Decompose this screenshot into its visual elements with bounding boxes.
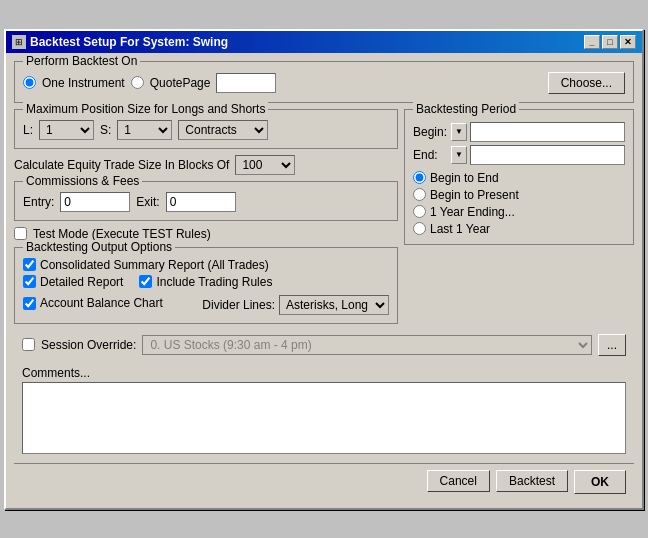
session-btn[interactable]: ... — [598, 334, 626, 356]
entry-label: Entry: — [23, 195, 54, 209]
begin-to-end-radio[interactable] — [413, 171, 426, 184]
account-balance-label: Account Balance Chart — [40, 296, 163, 310]
last-one-year-row: Last 1 Year — [413, 222, 625, 236]
window-title: Backtest Setup For System: Swing — [30, 35, 228, 49]
one-instrument-label: One Instrument — [42, 76, 125, 90]
detailed-checkbox[interactable] — [23, 275, 36, 288]
one-year-ending-row: 1 Year Ending... — [413, 205, 625, 219]
l-label: L: — [23, 123, 33, 137]
equity-row: Calculate Equity Trade Size In Blocks Of… — [14, 155, 398, 175]
title-bar-left: ⊞ Backtest Setup For System: Swing — [12, 35, 228, 49]
unit-select[interactable]: Contracts Shares Lots — [178, 120, 268, 140]
title-buttons: _ □ ✕ — [584, 35, 636, 49]
commissions-group: Commissions & Fees Entry: 0 Exit: 0 — [14, 181, 398, 221]
perform-backtest-label: Perform Backtest On — [23, 54, 140, 68]
exit-input[interactable]: 0 — [166, 192, 236, 212]
begin-to-present-row: Begin to Present — [413, 188, 625, 202]
one-year-ending-label: 1 Year Ending... — [430, 205, 515, 219]
minimize-button[interactable]: _ — [584, 35, 600, 49]
one-year-ending-radio[interactable] — [413, 205, 426, 218]
comments-label: Comments... — [22, 366, 626, 380]
perform-backtest-group: Perform Backtest On One Instrument Quote… — [14, 61, 634, 103]
trading-rules-checkbox[interactable] — [139, 275, 152, 288]
main-layout: Maximum Position Size for Longs and Shor… — [14, 109, 634, 330]
detail-rules-row: Detailed Report Include Trading Rules — [23, 275, 389, 292]
end-row: End: ▼ 10/17/03 16:00:00 Fri — [413, 145, 625, 165]
backtest-button[interactable]: Backtest — [496, 470, 568, 492]
divider-label: Divider Lines: — [202, 298, 275, 312]
begin-to-end-row: Begin to End — [413, 171, 625, 185]
end-label: End: — [413, 148, 448, 162]
session-label: Session Override: — [41, 338, 136, 352]
last-one-year-label: Last 1 Year — [430, 222, 490, 236]
output-options-label: Backtesting Output Options — [23, 240, 175, 254]
comments-textarea[interactable] — [22, 382, 626, 454]
ok-button[interactable]: OK — [574, 470, 626, 494]
exit-label: Exit: — [136, 195, 159, 209]
instrument-input[interactable]: ES'Z — [216, 73, 276, 93]
detailed-label: Detailed Report — [40, 275, 123, 289]
begin-dropdown-btn[interactable]: ▼ — [451, 123, 467, 141]
last-one-year-radio[interactable] — [413, 222, 426, 235]
session-row: Session Override: 0. US Stocks (9:30 am … — [14, 330, 634, 360]
footer: Cancel Backtest OK — [14, 463, 634, 500]
trading-rules-row: Include Trading Rules — [139, 275, 272, 289]
begin-label: Begin: — [413, 125, 448, 139]
title-bar: ⊞ Backtest Setup For System: Swing _ □ ✕ — [6, 31, 642, 53]
end-dropdown-btn[interactable]: ▼ — [451, 146, 467, 164]
quote-page-label: QuotePage — [150, 76, 211, 90]
consolidated-checkbox[interactable] — [23, 258, 36, 271]
divider-select[interactable]: Asterisks, Long Asterisks, Short Dashes,… — [279, 295, 389, 315]
comments-area: Comments... — [14, 366, 634, 457]
divider-row: Divider Lines: Asterisks, Long Asterisks… — [202, 295, 389, 315]
l-select[interactable]: 1 — [39, 120, 94, 140]
commissions-label: Commissions & Fees — [23, 174, 142, 188]
account-balance-row: Account Balance Chart — [23, 296, 163, 310]
maximize-button[interactable]: □ — [602, 35, 618, 49]
choose-button[interactable]: Choose... — [548, 72, 625, 94]
session-select[interactable]: 0. US Stocks (9:30 am - 4 pm) — [142, 335, 592, 355]
max-position-group: Maximum Position Size for Longs and Shor… — [14, 109, 398, 149]
equity-select[interactable]: 100 — [235, 155, 295, 175]
left-column: Maximum Position Size for Longs and Shor… — [14, 109, 398, 330]
trading-rules-label: Include Trading Rules — [156, 275, 272, 289]
session-checkbox[interactable] — [22, 338, 35, 351]
quote-page-radio[interactable] — [131, 76, 144, 89]
end-input[interactable]: 10/17/03 16:00:00 Fri — [470, 145, 625, 165]
test-mode-checkbox[interactable] — [14, 227, 27, 240]
begin-row: Begin: ▼ 09/29/03 09:30:00 Mon — [413, 122, 625, 142]
max-position-label: Maximum Position Size for Longs and Shor… — [23, 102, 268, 116]
main-window: ⊞ Backtest Setup For System: Swing _ □ ✕… — [4, 29, 644, 510]
consolidated-row: Consolidated Summary Report (All Trades) — [23, 258, 389, 272]
one-instrument-radio[interactable] — [23, 76, 36, 89]
output-options-group: Backtesting Output Options Consolidated … — [14, 247, 398, 324]
right-column: Backtesting Period Begin: ▼ 09/29/03 09:… — [404, 109, 634, 330]
close-button[interactable]: ✕ — [620, 35, 636, 49]
backtesting-period-group: Backtesting Period Begin: ▼ 09/29/03 09:… — [404, 109, 634, 245]
begin-to-present-label: Begin to Present — [430, 188, 519, 202]
begin-input[interactable]: 09/29/03 09:30:00 Mon — [470, 122, 625, 142]
begin-to-end-label: Begin to End — [430, 171, 499, 185]
balance-divider-row: Account Balance Chart Divider Lines: Ast… — [23, 295, 389, 315]
period-options: Begin to End Begin to Present 1 Year End… — [413, 171, 625, 236]
s-select[interactable]: 1 — [117, 120, 172, 140]
test-mode-label: Test Mode (Execute TEST Rules) — [33, 227, 211, 241]
s-label: S: — [100, 123, 111, 137]
entry-input[interactable]: 0 — [60, 192, 130, 212]
window-icon: ⊞ — [12, 35, 26, 49]
equity-label: Calculate Equity Trade Size In Blocks Of — [14, 158, 229, 172]
account-balance-checkbox[interactable] — [23, 297, 36, 310]
backtesting-period-label: Backtesting Period — [413, 102, 519, 116]
begin-to-present-radio[interactable] — [413, 188, 426, 201]
cancel-button[interactable]: Cancel — [427, 470, 490, 492]
consolidated-label: Consolidated Summary Report (All Trades) — [40, 258, 269, 272]
window-content: Perform Backtest On One Instrument Quote… — [6, 53, 642, 508]
detailed-row: Detailed Report — [23, 275, 123, 289]
test-mode-row: Test Mode (Execute TEST Rules) — [14, 227, 398, 241]
